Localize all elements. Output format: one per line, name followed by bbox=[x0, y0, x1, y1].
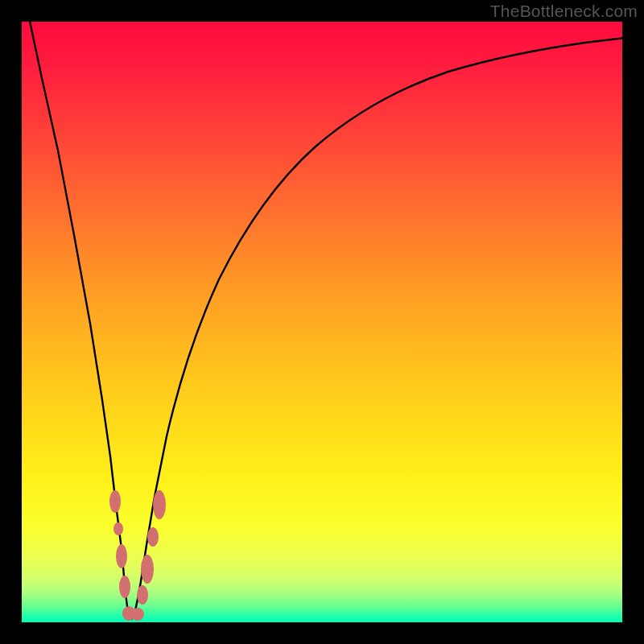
marker-bead bbox=[137, 585, 148, 605]
watermark-text: TheBottleneck.com bbox=[490, 2, 638, 21]
marker-bead bbox=[119, 576, 130, 598]
chart-plot-area bbox=[22, 22, 622, 622]
marker-bead bbox=[153, 490, 166, 519]
marker-bead bbox=[116, 544, 127, 568]
marker-bead bbox=[114, 522, 123, 535]
chart-svg-layer bbox=[22, 22, 622, 622]
marker-bead bbox=[141, 555, 154, 584]
marker-bead bbox=[147, 527, 159, 547]
marker-bead bbox=[109, 490, 121, 513]
marker-bead bbox=[131, 608, 144, 621]
